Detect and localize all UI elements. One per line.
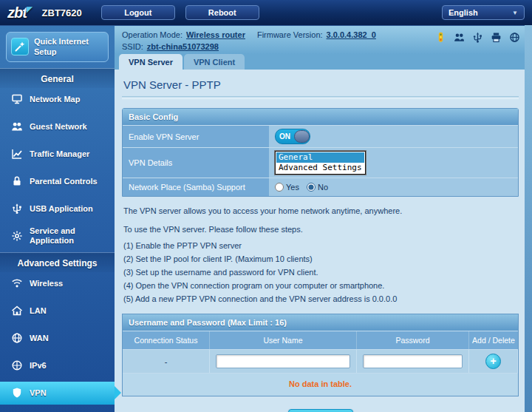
option-advanced-settings[interactable]: Advanced Settings <box>276 163 364 173</box>
table-header-row: Connection Status User Name Password Add… <box>123 331 518 349</box>
sidebar-item-wireless[interactable]: Wireless <box>0 272 115 295</box>
sidebar-item-network-map[interactable]: Network Map <box>0 88 115 111</box>
toggle-on-label: ON <box>276 132 294 141</box>
info-bar: Operation Mode:Wireless routerFirmware V… <box>115 26 532 54</box>
username-password-header: Username and Password (Max Limit : 16) <box>123 314 518 331</box>
operation-mode-link[interactable]: Wireless router <box>186 30 245 39</box>
sidebar-item-lan[interactable]: LAN <box>0 300 115 322</box>
vpn-details-row: VPN Details General Advanced Settings <box>123 147 518 178</box>
language-select[interactable]: English ▼ <box>442 5 525 20</box>
title-divider <box>122 96 519 99</box>
sidebar-item-parental-controls[interactable]: Parental Controls <box>0 170 115 193</box>
tab-vpn-client[interactable]: VPN Client <box>184 54 245 70</box>
instruction-step-5: (5) Add a new PPTP VPN connection and th… <box>123 294 517 303</box>
col-connection-status: Connection Status <box>123 331 210 349</box>
table-row: - + <box>123 349 518 373</box>
samba-no-input[interactable] <box>307 183 316 192</box>
instructions-steps-title: To use the VPN server. Please follow the… <box>123 225 517 234</box>
instruction-step-1: (1) Enable the PPTP VPN server <box>123 241 517 250</box>
samba-no-label: No <box>318 183 328 192</box>
brand-logo: zbt◤ <box>7 4 32 21</box>
network-map-icon <box>11 93 23 105</box>
page-title: VPN Server - PPTP <box>123 78 519 91</box>
sidebar-item-wan[interactable]: WAN <box>0 327 115 350</box>
sidebar-item-label: LAN <box>30 306 47 316</box>
basic-config-header: Basic Config <box>123 109 518 125</box>
instruction-step-2: (2) Set the IP pool for client IP. (Maxi… <box>123 254 517 263</box>
wifi-icon <box>11 277 23 289</box>
firmware-label: Firmware Version: <box>257 30 323 39</box>
shield-icon <box>11 387 23 399</box>
empty-table-message: No data in table. <box>123 373 518 396</box>
apply-button[interactable]: Apply <box>288 409 353 412</box>
sidebar-item-label: IPv6 <box>30 361 47 371</box>
guest-network-icon <box>11 121 23 132</box>
samba-support-value: Yes No <box>269 178 518 196</box>
language-label: English <box>449 8 478 17</box>
password-cell <box>357 350 469 373</box>
sidebar-section-advanced-settings: Advanced Settings <box>0 252 115 272</box>
username-cell <box>210 350 357 373</box>
scrollbar-track[interactable] <box>525 25 532 412</box>
lock-icon <box>11 175 23 187</box>
sidebar-item-quick-internet-setup[interactable]: Quick Internet Setup <box>6 32 109 62</box>
vpn-instructions: The VPN server allows you to access your… <box>122 197 519 312</box>
sidebar-item-label: Service and Application <box>30 226 112 246</box>
instruction-step-4: (4) Open the VPN connection program on y… <box>123 281 517 290</box>
samba-no-radio[interactable]: No <box>307 183 328 192</box>
sidebar-item-service-and-application[interactable]: Service and Application <box>0 225 115 248</box>
ssid-label: SSID: <box>122 42 143 51</box>
option-general[interactable]: General <box>276 152 364 163</box>
clients-icon[interactable] <box>454 32 465 43</box>
sidebar-item-label: Parental Controls <box>30 177 98 186</box>
reboot-button[interactable]: Reboot <box>185 5 259 20</box>
instructions-intro: The VPN server allows you to access your… <box>123 206 517 215</box>
samba-yes-radio[interactable]: Yes <box>275 183 299 192</box>
logo-swoosh-icon: ◤ <box>27 5 32 13</box>
usb-status-icon[interactable] <box>472 32 483 43</box>
add-delete-cell: + <box>469 350 518 373</box>
col-password: Password <box>357 331 469 349</box>
vpn-details-select[interactable]: General Advanced Settings <box>275 151 366 175</box>
samba-yes-input[interactable] <box>275 183 284 192</box>
sidebar-item-label: WAN <box>30 334 49 343</box>
username-password-section: Username and Password (Max Limit : 16) C… <box>122 314 519 396</box>
samba-yes-label: Yes <box>286 183 299 192</box>
sidebar-item-label: Traffic Manager <box>30 149 89 159</box>
sidebar-item-vpn[interactable]: VPN <box>0 382 115 405</box>
firmware-link[interactable]: 3.0.0.4.382_0 <box>327 30 376 39</box>
samba-support-label: Network Place (Samba) Support <box>123 178 269 196</box>
status-icons <box>435 32 520 43</box>
sidebar-item-traffic-manager[interactable]: Traffic Manager <box>0 143 115 166</box>
globe-ipv6-icon <box>11 359 23 371</box>
traffic-light-icon[interactable] <box>435 32 446 43</box>
logout-button[interactable]: Logout <box>101 5 175 20</box>
quick-setup-label: Quick Internet Setup <box>34 36 103 58</box>
magic-wand-icon <box>11 38 29 55</box>
add-user-button[interactable]: + <box>485 354 501 369</box>
top-bar: zbt◤ ZBT7620 Logout Reboot English ▼ <box>0 0 532 26</box>
tab-vpn-server[interactable]: VPN Server <box>119 54 183 70</box>
model-title: ZBT7620 <box>42 7 82 18</box>
sidebar-item-guest-network[interactable]: Guest Network <box>0 115 115 138</box>
sidebar-item-label: VPN <box>30 388 47 398</box>
operation-mode-label: Operation Mode: <box>122 30 183 39</box>
password-input[interactable] <box>363 354 463 368</box>
username-input[interactable] <box>216 354 350 368</box>
sidebar-item-usb-application[interactable]: USB Application <box>0 197 115 220</box>
col-add-delete: Add / Delete <box>469 331 518 349</box>
sidebar: Quick Internet Setup General Network Map… <box>0 26 115 412</box>
enable-vpn-row: Enable VPN Server ON <box>123 125 518 147</box>
printer-icon[interactable] <box>491 32 502 43</box>
vpn-enable-toggle[interactable]: ON <box>275 129 310 144</box>
info-line-2: SSID:zbt-china51073298 <box>122 42 525 51</box>
sidebar-item-ipv6[interactable]: IPv6 <box>0 354 115 377</box>
language-globe-icon[interactable] <box>509 32 520 43</box>
samba-support-row: Network Place (Samba) Support Yes No <box>123 178 518 196</box>
chevron-down-icon: ▼ <box>512 10 518 16</box>
instruction-step-3: (3) Set up the username and password for… <box>123 268 517 277</box>
col-user-name: User Name <box>210 331 357 349</box>
enable-vpn-value: ON <box>269 126 518 147</box>
vpn-details-value: General Advanced Settings <box>269 148 518 178</box>
ssid-link[interactable]: zbt-china51073298 <box>147 42 219 51</box>
